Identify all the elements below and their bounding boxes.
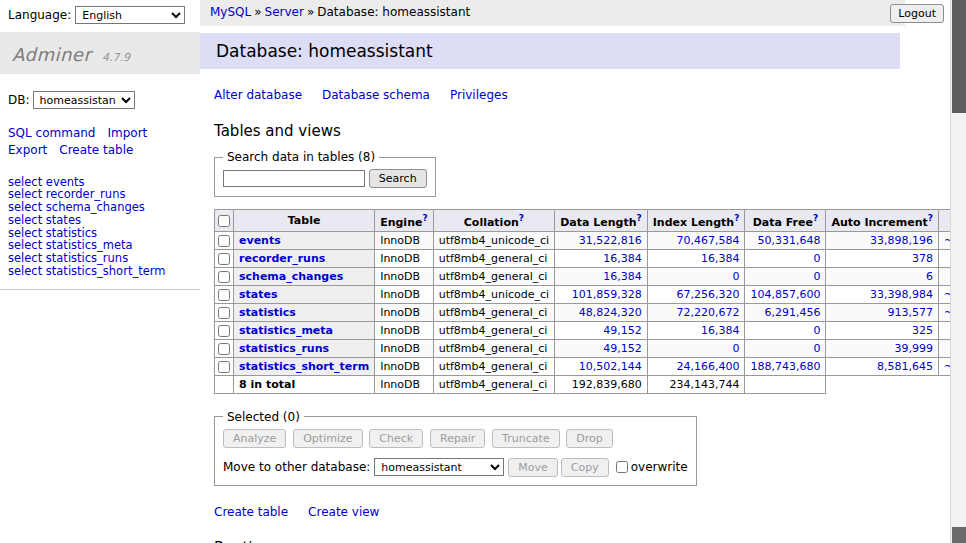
drop-button[interactable]: Drop — [566, 429, 612, 448]
data-length-link[interactable]: 31,522,816 — [579, 234, 642, 247]
db-select[interactable]: homeassistant — [33, 91, 135, 109]
vertical-scrollbar[interactable] — [950, 0, 966, 543]
sidebar-link-import[interactable]: Import — [107, 126, 147, 140]
sidebar-link-sql-command[interactable]: SQL command — [8, 126, 95, 140]
total-collation: utf8mb4_general_ci — [433, 375, 554, 393]
row-checkbox[interactable] — [218, 235, 230, 247]
index-length-link[interactable]: 24,166,400 — [676, 360, 739, 373]
data-free-link[interactable]: 104,857,600 — [750, 288, 820, 301]
data-free-link[interactable]: 50,331,648 — [757, 234, 820, 247]
table-link-statistics-short-term[interactable]: statistics_short_term — [239, 360, 369, 373]
sidebar-link-create-table[interactable]: Create table — [59, 143, 133, 157]
search-button[interactable]: Search — [369, 169, 427, 188]
overwrite-checkbox[interactable] — [616, 461, 628, 473]
breadcrumb-link-mysql[interactable]: MySQL — [210, 5, 251, 19]
analyze-button[interactable]: Analyze — [223, 429, 286, 448]
move-db-select[interactable]: homeassistant — [374, 458, 504, 476]
main-content: MySQL»Server»Database: homeassistant Dat… — [200, 0, 966, 543]
privileges-link[interactable]: Privileges — [450, 88, 508, 102]
adminer-version: 4.7.9 — [102, 51, 130, 64]
data-free-help-link[interactable]: ? — [813, 213, 818, 223]
data-free-link[interactable]: 0 — [813, 252, 820, 265]
sidebar-item-select-statistics-short-term[interactable]: select statistics_short_term — [8, 264, 165, 278]
create-table-link[interactable]: Create table — [214, 505, 288, 519]
alter-database-link[interactable]: Alter database — [214, 88, 302, 102]
overwrite-option[interactable]: overwrite — [616, 460, 688, 474]
cell-collation: utf8mb4_general_ci — [433, 303, 554, 321]
data-length-link[interactable]: 16,384 — [603, 270, 642, 283]
engine-help-link[interactable]: ? — [422, 213, 427, 223]
check-button[interactable]: Check — [369, 429, 423, 448]
table-row: schema_changes InnoDB utf8mb4_general_ci… — [215, 267, 966, 285]
index-length-link[interactable]: 70,467,584 — [676, 234, 739, 247]
index-length-link[interactable]: 16,384 — [701, 324, 740, 337]
table-link-statistics[interactable]: statistics — [239, 306, 296, 319]
select-all-checkbox[interactable] — [218, 215, 230, 227]
table-link-recorder-runs[interactable]: recorder_runs — [239, 252, 325, 265]
cell-engine: InnoDB — [375, 303, 434, 321]
index-length-link[interactable]: 72,220,672 — [676, 306, 739, 319]
data-length-help-link[interactable]: ? — [636, 213, 641, 223]
data-length-link[interactable]: 10,502,144 — [579, 360, 642, 373]
data-length-link[interactable]: 16,384 — [603, 252, 642, 265]
table-link-events[interactable]: events — [239, 234, 281, 247]
auto-increment-link[interactable]: 8,581,645 — [877, 360, 933, 373]
auto-increment-link[interactable]: 33,398,984 — [870, 288, 933, 301]
index-length-help-link[interactable]: ? — [734, 213, 739, 223]
row-checkbox[interactable] — [218, 325, 230, 337]
optimize-button[interactable]: Optimize — [293, 429, 362, 448]
auto-increment-link[interactable]: 33,898,196 — [870, 234, 933, 247]
table-link-statistics-runs[interactable]: statistics_runs — [239, 342, 329, 355]
row-checkbox[interactable] — [218, 343, 230, 355]
overwrite-label: overwrite — [631, 460, 688, 474]
auto-increment-help-link[interactable]: ? — [928, 213, 933, 223]
sidebar-link-export[interactable]: Export — [8, 143, 47, 157]
data-length-link[interactable]: 49,152 — [603, 342, 642, 355]
row-checkbox[interactable] — [218, 253, 230, 265]
table-link-schema-changes[interactable]: schema_changes — [239, 270, 343, 283]
breadcrumb-link-server[interactable]: Server — [265, 5, 304, 19]
collation-help-link[interactable]: ? — [519, 213, 524, 223]
database-schema-link[interactable]: Database schema — [322, 88, 430, 102]
data-free-link[interactable]: 188,743,680 — [750, 360, 820, 373]
auto-increment-link[interactable]: 6 — [926, 270, 933, 283]
create-view-link[interactable]: Create view — [308, 505, 379, 519]
column-header-data-length: Data Length? — [555, 210, 648, 232]
scrollbar-thumb[interactable] — [952, 0, 966, 113]
create-links: Create tableCreate view — [214, 505, 966, 519]
auto-increment-link[interactable]: 913,577 — [887, 306, 933, 319]
index-length-link[interactable]: 0 — [732, 270, 739, 283]
copy-button[interactable]: Copy — [561, 458, 609, 477]
index-length-link[interactable]: 67,256,320 — [676, 288, 739, 301]
table-row: statistics InnoDB utf8mb4_general_ci 48,… — [215, 303, 966, 321]
table-link-statistics-meta[interactable]: statistics_meta — [239, 324, 333, 337]
move-controls: Move to other database:homeassistantMove… — [223, 458, 688, 477]
language-select[interactable]: English — [75, 6, 185, 24]
data-length-link[interactable]: 48,824,320 — [579, 306, 642, 319]
data-free-link[interactable]: 0 — [813, 270, 820, 283]
cell-engine: InnoDB — [375, 357, 434, 375]
logout-button[interactable]: Logout — [890, 4, 944, 23]
table-link-states[interactable]: states — [239, 288, 278, 301]
data-free-link[interactable]: 6,291,456 — [764, 306, 820, 319]
row-checkbox[interactable] — [218, 361, 230, 373]
auto-increment-link[interactable]: 325 — [912, 324, 933, 337]
data-free-link[interactable]: 0 — [813, 324, 820, 337]
row-checkbox[interactable] — [218, 289, 230, 301]
index-length-link[interactable]: 0 — [732, 342, 739, 355]
data-free-link[interactable]: 0 — [813, 342, 820, 355]
auto-increment-link[interactable]: 378 — [912, 252, 933, 265]
total-engine: InnoDB — [375, 375, 434, 393]
data-length-link[interactable]: 49,152 — [603, 324, 642, 337]
repair-button[interactable]: Repair — [430, 429, 485, 448]
auto-increment-link[interactable]: 39,999 — [894, 342, 933, 355]
row-checkbox[interactable] — [218, 307, 230, 319]
move-button[interactable]: Move — [508, 458, 558, 477]
data-length-link[interactable]: 101,859,328 — [572, 288, 642, 301]
cell-engine: InnoDB — [375, 231, 434, 249]
row-checkbox[interactable] — [218, 271, 230, 283]
index-length-link[interactable]: 16,384 — [701, 252, 740, 265]
search-input[interactable] — [223, 170, 365, 187]
routines-heading: Routines — [214, 539, 966, 543]
truncate-button[interactable]: Truncate — [492, 429, 559, 448]
